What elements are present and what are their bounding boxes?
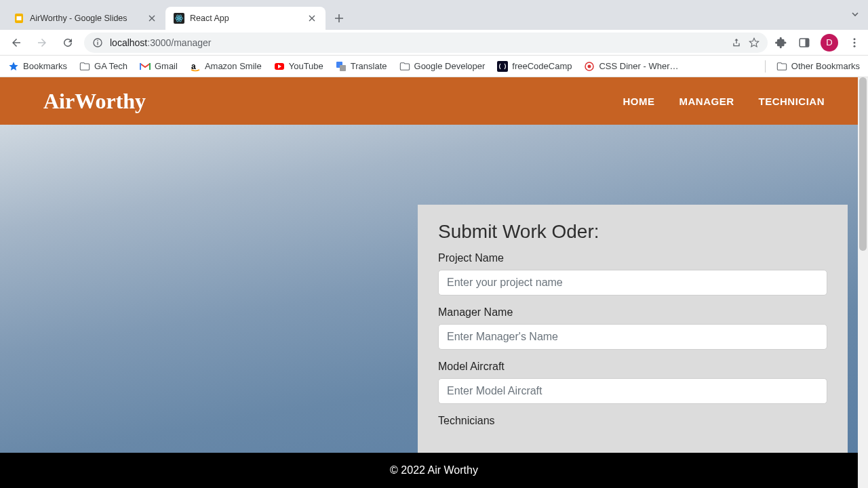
close-icon[interactable]	[146, 13, 157, 24]
other-bookmarks-button[interactable]: Other Bookmarks	[776, 61, 860, 72]
nav-links: HOME MANAGER TECHNICIAN	[623, 96, 825, 107]
share-icon[interactable]	[731, 37, 742, 48]
bookmark-label: Amazon Smile	[205, 61, 262, 71]
bookmark-bookmarks[interactable]: Bookmarks	[8, 61, 67, 72]
svg-point-14	[854, 45, 856, 47]
hero-section: Submit Work Oder: Project Name Manager N…	[0, 125, 868, 453]
browser-tab-slides[interactable]: AirWorthy - Google Slides	[5, 7, 165, 30]
form-group-manager-name: Manager Name	[438, 306, 827, 350]
page-viewport: AirWorthy HOME MANAGER TECHNICIAN Submit…	[0, 77, 868, 488]
nav-technician[interactable]: TECHNICIAN	[759, 96, 825, 107]
bookmark-label: Google Developer	[414, 61, 486, 71]
svg-point-22	[588, 64, 591, 68]
project-name-label: Project Name	[438, 252, 827, 264]
bookmark-ga-tech[interactable]: GA Tech	[79, 61, 127, 72]
browser-toolbar: localhost:3000/manager D	[0, 30, 868, 56]
model-aircraft-input[interactable]	[438, 378, 827, 404]
tab-title: React App	[190, 14, 301, 23]
react-favicon	[174, 13, 184, 24]
model-aircraft-label: Model Aircraft	[438, 361, 827, 373]
fcc-icon	[497, 61, 508, 72]
tab-strip: AirWorthy - Google Slides React App	[0, 0, 868, 30]
svg-point-13	[854, 41, 856, 43]
bookmark-label: YouTube	[289, 61, 323, 71]
svg-point-12	[854, 38, 856, 40]
separator	[765, 60, 766, 73]
svg-rect-8	[97, 41, 98, 45]
vertical-scrollbar[interactable]	[858, 77, 868, 488]
form-group-technicians: Technicians	[438, 415, 827, 427]
tabs-overflow-button[interactable]	[850, 9, 860, 19]
sidepanel-icon[interactable]	[797, 36, 811, 49]
avatar-initial: D	[826, 37, 832, 47]
star-icon	[8, 61, 19, 72]
form-title: Submit Work Oder:	[438, 221, 827, 243]
bookmark-label: Bookmarks	[23, 61, 67, 71]
back-button[interactable]	[7, 33, 26, 52]
profile-avatar[interactable]: D	[821, 34, 838, 52]
nav-home[interactable]: HOME	[623, 96, 655, 107]
bookmark-youtube[interactable]: YouTube	[274, 61, 323, 72]
bookmark-google-developer[interactable]: Google Developer	[399, 61, 486, 72]
bookmark-label: CSS Diner - Wher…	[599, 61, 678, 71]
close-icon[interactable]	[307, 13, 317, 24]
browser-tab-react[interactable]: React App	[165, 7, 326, 30]
reload-button[interactable]	[58, 33, 77, 52]
bookmark-label: Gmail	[155, 61, 178, 71]
kebab-menu-icon[interactable]	[848, 36, 861, 49]
scrollbar-thumb[interactable]	[859, 77, 867, 251]
bookmarks-bar: Bookmarks GA Tech Gmail a Amazon Smile Y…	[0, 56, 868, 77]
cssdiner-icon	[584, 61, 595, 72]
folder-icon	[399, 61, 410, 72]
form-group-project-name: Project Name	[438, 252, 827, 296]
folder-icon	[79, 61, 90, 72]
project-name-input[interactable]	[438, 270, 827, 296]
youtube-icon	[274, 61, 285, 72]
new-tab-button[interactable]	[330, 9, 349, 28]
bookmark-star-icon[interactable]	[749, 37, 760, 48]
bookmark-gmail[interactable]: Gmail	[140, 61, 178, 72]
bookmark-amazon-smile[interactable]: a Amazon Smile	[190, 61, 262, 72]
nav-manager[interactable]: MANAGER	[679, 96, 734, 107]
brand-logo[interactable]: AirWorthy	[43, 89, 146, 114]
url-port: :3000	[147, 37, 171, 48]
forward-button[interactable]	[33, 33, 52, 52]
url-host: localhost	[110, 37, 147, 48]
footer-text: © 2022 Air Worthy	[390, 464, 478, 476]
address-bar[interactable]: localhost:3000/manager	[84, 33, 768, 53]
svg-rect-9	[97, 40, 98, 41]
app-header: AirWorthy HOME MANAGER TECHNICIAN	[0, 77, 868, 125]
app-footer: © 2022 Air Worthy	[0, 453, 868, 488]
gmail-icon	[140, 61, 151, 72]
url-path: /manager	[171, 37, 211, 48]
bookmark-translate[interactable]: Translate	[336, 61, 387, 72]
translate-icon	[336, 61, 347, 72]
work-order-form: Submit Work Oder: Project Name Manager N…	[418, 205, 848, 453]
bookmark-label: GA Tech	[94, 61, 127, 71]
form-group-model-aircraft: Model Aircraft	[438, 361, 827, 404]
technicians-label: Technicians	[438, 415, 827, 427]
amazon-icon: a	[190, 61, 201, 72]
url-text: localhost:3000/manager	[110, 37, 724, 48]
bookmark-css-diner[interactable]: CSS Diner - Wher…	[584, 61, 678, 72]
folder-icon	[776, 61, 787, 72]
bookmark-freecodecamp[interactable]: freeCodeCamp	[497, 61, 572, 72]
bookmark-label: Translate	[351, 61, 387, 71]
svg-rect-11	[806, 39, 809, 47]
svg-rect-19	[340, 65, 346, 71]
svg-rect-20	[497, 61, 508, 72]
tab-title: AirWorthy - Google Slides	[30, 14, 141, 23]
bookmark-label: freeCodeCamp	[512, 61, 572, 71]
slides-favicon	[14, 13, 24, 24]
site-info-icon[interactable]	[92, 37, 103, 48]
other-bookmarks-label: Other Bookmarks	[791, 61, 860, 71]
manager-name-label: Manager Name	[438, 306, 827, 319]
svg-rect-1	[17, 16, 22, 20]
svg-point-3	[178, 18, 180, 19]
extensions-icon[interactable]	[774, 36, 788, 49]
manager-name-input[interactable]	[438, 324, 827, 350]
